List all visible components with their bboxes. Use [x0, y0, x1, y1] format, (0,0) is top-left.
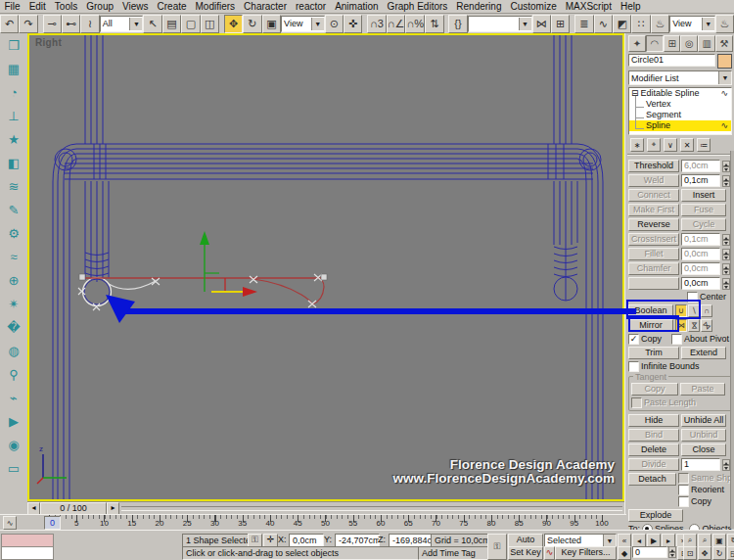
select-and-move-icon[interactable]: ✥ [224, 15, 243, 33]
menu-tools[interactable]: Tools [50, 1, 81, 13]
reactor-create-animation-icon[interactable]: ▶ [3, 410, 24, 432]
spline-vertex-markers[interactable] [78, 274, 322, 310]
modifier-stack[interactable]: ⊟Editable Spline∿VertexSegmentSpline∿ [628, 87, 732, 135]
boolean-subtraction-icon[interactable]: ∖ [688, 304, 700, 317]
align-icon[interactable]: ⊞ [551, 15, 570, 33]
reactor-cloth-collection-icon[interactable]: ▦ [3, 58, 24, 79]
reactor-water-icon[interactable]: � [3, 316, 24, 338]
quick-render-icon[interactable]: ♨ [715, 15, 734, 33]
boolean-button[interactable]: Boolean [628, 304, 673, 317]
zoom-extents-icon[interactable]: ▣ [712, 534, 726, 547]
remove-modifier-icon[interactable]: ✕ [680, 138, 694, 152]
mirror-vertical-icon[interactable]: ⋈ [688, 319, 700, 332]
spline-end-handle-left[interactable] [79, 274, 85, 280]
editable-spline-shape[interactable] [78, 274, 327, 310]
tab-hierarchy[interactable]: ⊞ [664, 35, 681, 52]
make-first-button[interactable]: Make First [628, 204, 679, 216]
reactor-preview-animation-icon[interactable]: ◉ [3, 434, 24, 455]
angle-snap-icon[interactable]: ∩∠ [387, 15, 406, 33]
center-checkbox[interactable] [687, 292, 698, 303]
panel-scrollbar[interactable] [730, 151, 734, 529]
min-max-toggle-icon[interactable]: ◱ [727, 546, 734, 560]
menu-file[interactable]: File [0, 1, 24, 13]
spinner-snap-icon[interactable]: ⇅ [425, 15, 443, 33]
show-end-result-icon[interactable]: ⌖ [647, 138, 661, 152]
gizmo-y-arrow[interactable] [200, 231, 209, 245]
pin-stack-icon[interactable]: ∗ [630, 138, 644, 152]
crossinsert-button[interactable]: CrossInsert [628, 233, 679, 246]
chamfer-button[interactable]: Chamfer [628, 262, 679, 275]
weld-spinner[interactable] [722, 175, 730, 187]
mirror-both-icon[interactable]: ⋈ [701, 319, 712, 332]
tab-display[interactable]: ▥ [698, 35, 715, 52]
z-coordinate-field[interactable]: -169,884cm [389, 534, 434, 547]
threshold-field[interactable]: 6,0cm [681, 160, 720, 172]
redo-icon[interactable]: ↷ [19, 15, 37, 33]
object-name-field[interactable]: Circle01 [628, 54, 715, 67]
detach-copy-checkbox[interactable] [678, 496, 689, 507]
rectangular-selection-region-icon[interactable]: ▢ [181, 15, 200, 33]
extend-button[interactable]: Extend [681, 347, 726, 359]
menu-graph-editors[interactable]: Graph Editors [383, 1, 452, 13]
spline-mirrored-hook[interactable] [312, 278, 324, 304]
key-mode-toggle-icon[interactable]: ◆ [618, 546, 631, 560]
frame-indicator[interactable]: 0 [44, 516, 61, 530]
stack-item-spline[interactable]: Spline∿ [629, 120, 731, 131]
render-scene-icon[interactable]: ♨ [651, 15, 669, 33]
boolean-union-icon[interactable]: ∪ [675, 304, 687, 317]
divide-button[interactable]: Divide [628, 458, 679, 471]
reactor-constraint-solver-icon[interactable]: ◍ [3, 340, 24, 361]
gizmo-x-arrow[interactable] [243, 287, 257, 297]
reactor-rigid-body-collection-icon[interactable]: ❒ [3, 34, 24, 56]
go-to-start-button[interactable]: « [618, 534, 631, 547]
snap-toggle-3d-icon[interactable]: ∩3 [367, 15, 386, 33]
zoom-extents-all-icon[interactable]: ⧉ [727, 534, 734, 547]
spline-mirrored-arc[interactable] [253, 279, 312, 304]
percent-snap-icon[interactable]: ∩% [405, 15, 425, 33]
stack-item-segment[interactable]: Segment [629, 110, 731, 120]
explode-button[interactable]: Explode [628, 509, 683, 522]
reactor-utilities-icon[interactable]: ▭ [3, 457, 24, 479]
outline-button[interactable] [628, 277, 679, 290]
trim-button[interactable]: Trim [628, 347, 679, 359]
set-key-button[interactable]: Set Key [508, 546, 543, 560]
tab-utilities[interactable]: ⚒ [715, 35, 733, 52]
menu-help[interactable]: Help [616, 1, 645, 13]
menu-maxscript[interactable]: MAXScript [561, 1, 616, 13]
select-and-rotate-icon[interactable]: ↻ [243, 15, 261, 33]
chamfer-spinner[interactable] [722, 263, 730, 275]
stack-item-vertex[interactable]: Vertex [629, 99, 731, 110]
same-shp-checkbox[interactable] [678, 473, 689, 484]
material-editor-icon[interactable]: ∷ [631, 15, 650, 33]
play-button[interactable]: ▶ [647, 534, 661, 547]
menu-edit[interactable]: Edit [24, 1, 50, 13]
unbind-button[interactable]: Unbind [681, 429, 726, 442]
key-filter-dropdown[interactable]: Selected ▼ [544, 534, 617, 547]
zoom-all-icon[interactable]: ⌕ [698, 534, 711, 547]
weld-field[interactable]: 0,1cm [681, 174, 720, 187]
wireframe-frame[interactable] [53, 35, 603, 499]
bind-to-spacewarp-icon[interactable]: ≀ [80, 15, 99, 33]
reactor-spring-icon[interactable]: ≋ [3, 175, 24, 197]
about-pivot-checkbox[interactable] [671, 334, 682, 345]
selection-filter-dropdown[interactable]: All▼ [100, 16, 144, 32]
named-selection-dropdown[interactable]: ▼ [468, 16, 532, 32]
reference-coordinate-dropdown[interactable]: View▼ [281, 16, 325, 32]
set-keys-key-icon[interactable]: ⚿ [487, 534, 507, 560]
insert-button[interactable]: Insert [681, 189, 726, 202]
schematic-view-icon[interactable]: ◩ [613, 15, 631, 33]
tangent-copy-button[interactable]: Copy [631, 383, 678, 396]
x-coordinate-field[interactable]: 0,0cm [289, 534, 324, 547]
zoom-icon[interactable]: ⌕ [683, 534, 697, 547]
menu-views[interactable]: Views [118, 1, 154, 13]
reactor-fracture-icon[interactable]: ✴ [3, 293, 24, 314]
chamfer-field[interactable]: 0,0cm [681, 262, 720, 275]
reactor-deforming-mesh-icon[interactable]: ★ [3, 128, 24, 150]
fuse-button[interactable]: Fuse [681, 204, 726, 216]
detach-button[interactable]: Detach [628, 473, 676, 486]
menu-customize[interactable]: Customize [506, 1, 561, 13]
curve-editor-icon[interactable]: ∿ [594, 15, 613, 33]
reactor-motor-icon[interactable]: ⚙ [3, 222, 24, 244]
select-and-link-icon[interactable]: ⊸ [43, 15, 62, 33]
add-time-tag[interactable]: Add Time Tag [418, 546, 492, 560]
